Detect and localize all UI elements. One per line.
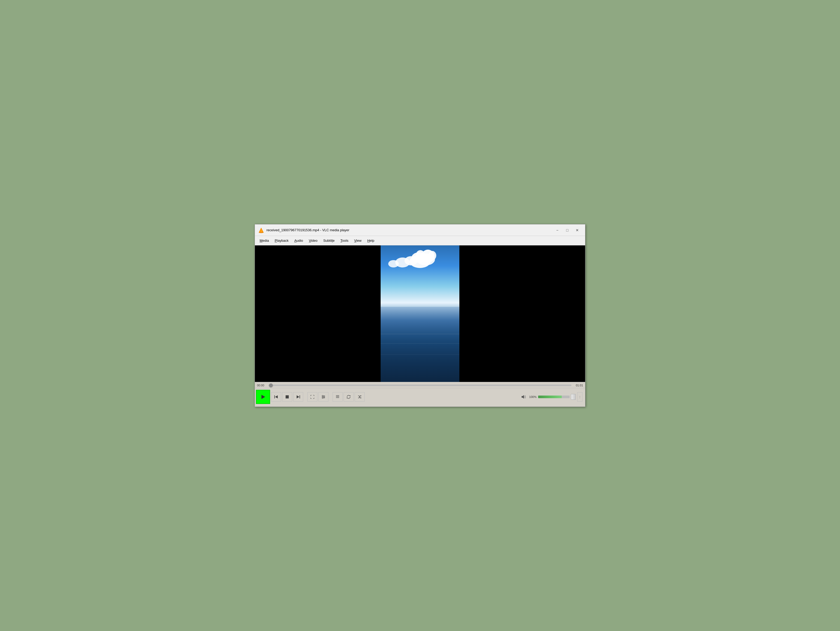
play-button[interactable]: [256, 390, 270, 404]
window-title: received_19007967701915​36.mp4 - VLC med…: [267, 228, 349, 232]
water-line-3: [381, 354, 459, 355]
volume-percent: 100%: [527, 395, 537, 398]
volume-bar[interactable]: [538, 396, 570, 398]
svg-point-14: [322, 398, 323, 398]
time-total: 01:01: [573, 384, 583, 387]
svg-marker-5: [275, 395, 278, 398]
minimize-button[interactable]: −: [553, 227, 562, 234]
loop-button[interactable]: [344, 392, 354, 402]
ext-settings-icon: [321, 395, 325, 399]
svg-rect-4: [274, 395, 275, 398]
title-bar: received_19007967701915​36.mp4 - VLC med…: [255, 224, 585, 236]
seek-bar-area: 00:00 01:01: [255, 382, 585, 388]
svg-point-10: [322, 395, 323, 396]
menu-playback[interactable]: Playback: [272, 238, 291, 244]
menu-media[interactable]: Media: [257, 238, 272, 244]
next-icon: [296, 395, 300, 399]
close-button[interactable]: ✕: [573, 227, 582, 234]
aspect-ratio-button[interactable]: ⋮: [577, 392, 583, 402]
svg-marker-20: [361, 395, 362, 396]
svg-rect-7: [300, 395, 300, 398]
seek-thumb[interactable]: [269, 383, 273, 387]
title-left: received_19007967701915​36.mp4 - VLC med…: [258, 227, 349, 233]
window-controls: − □ ✕: [553, 227, 582, 234]
svg-point-12: [324, 396, 325, 398]
video-black-left: [255, 245, 381, 382]
water-area: [381, 307, 459, 382]
video-black-right: [459, 245, 585, 382]
svg-marker-22: [522, 395, 524, 399]
loop-icon: [346, 395, 351, 399]
water-line-2: [381, 343, 459, 344]
svg-point-2: [259, 232, 264, 233]
ext-settings-button[interactable]: [318, 392, 328, 402]
time-current: 00:00: [257, 384, 267, 387]
playlist-button[interactable]: [333, 392, 343, 402]
shuffle-button[interactable]: [355, 392, 365, 402]
menu-help[interactable]: Help: [365, 238, 377, 244]
seek-bar[interactable]: [268, 385, 572, 386]
svg-rect-6: [286, 395, 289, 398]
volume-icon[interactable]: [521, 394, 526, 399]
stop-button[interactable]: [282, 392, 292, 402]
shuffle-icon: [357, 395, 362, 399]
menu-subtitle[interactable]: Subtitle: [321, 238, 337, 244]
cloud-top-left: [416, 250, 425, 261]
vlc-window: received_19007967701915​36.mp4 - VLC med…: [255, 224, 585, 407]
next-button[interactable]: [293, 392, 303, 402]
volume-area: 100% ⋮: [521, 392, 583, 402]
prev-icon: [274, 395, 278, 399]
vlc-logo-icon: [258, 227, 264, 233]
fullscreen-icon: [310, 395, 314, 399]
menu-video[interactable]: Video: [306, 238, 320, 244]
play-icon: [260, 394, 266, 400]
fullscreen-button[interactable]: [307, 392, 317, 402]
video-area: [255, 245, 585, 382]
menu-audio[interactable]: Audio: [292, 238, 306, 244]
cloud-far-edge: [388, 260, 399, 267]
svg-marker-8: [297, 395, 299, 398]
volume-fill: [538, 396, 562, 398]
controls-bar: 100% ⋮: [255, 388, 585, 407]
menu-tools[interactable]: Tools: [338, 238, 351, 244]
menu-view[interactable]: View: [352, 238, 364, 244]
video-frame: [381, 245, 459, 382]
svg-marker-21: [361, 398, 362, 398]
prev-button[interactable]: [271, 392, 281, 402]
playlist-icon: [335, 395, 339, 399]
maximize-button[interactable]: □: [562, 227, 572, 234]
stop-icon: [285, 395, 289, 399]
svg-marker-3: [261, 395, 265, 399]
water-line-1: [381, 334, 459, 334]
menu-bar: Media Playback Audio Video Subtitle Tool…: [255, 236, 585, 245]
volume-end-cap: [571, 394, 576, 400]
video-scene: [381, 245, 459, 382]
cloud-top-right: [428, 251, 436, 260]
cloud-area: [385, 249, 455, 307]
